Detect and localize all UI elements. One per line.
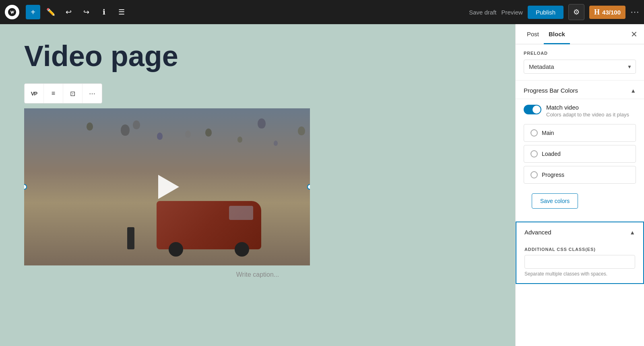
color-option-loaded-label: Loaded xyxy=(542,151,561,157)
progress-bar-colors-header[interactable]: Progress Bar Colors ▲ xyxy=(516,81,644,99)
vp-label: VP xyxy=(31,91,37,97)
match-video-label: Match video xyxy=(546,104,629,111)
css-class-input[interactable] xyxy=(524,255,635,269)
video-thumbnail xyxy=(24,108,310,265)
options-button[interactable]: ⋯ xyxy=(630,7,639,17)
toggle-label-group: Match video Colors adapt to the video as… xyxy=(546,104,629,118)
more-icon: ⋯ xyxy=(89,90,95,97)
preview-button[interactable]: Preview xyxy=(502,9,523,16)
video-caption[interactable]: Write caption... xyxy=(24,271,491,278)
page-title: Video page xyxy=(24,40,491,72)
toolbar: + ✏️ ↩ ↪ ℹ ☰ Save draft Preview Publish … xyxy=(0,0,644,24)
toggle-slider xyxy=(524,105,541,114)
sidebar: Post Block ✕ PRELOAD None Metadata Auto … xyxy=(515,24,644,346)
sidebar-close-button[interactable]: ✕ xyxy=(631,24,638,44)
list-view-button[interactable]: ☰ xyxy=(114,5,129,19)
heatmap-score-value: 43/100 xyxy=(602,9,621,16)
main-layout: Video page VP ≡ ⊡ ⋯ xyxy=(0,24,644,346)
color-options-container: Main Loaded Progress xyxy=(516,121,644,192)
heatmap-score-badge[interactable]: H 43/100 xyxy=(589,6,625,19)
css-class-label: ADDITIONAL CSS CLASS(ES) xyxy=(524,247,635,252)
advanced-title: Advanced xyxy=(524,229,551,236)
progress-chevron-icon: ▲ xyxy=(630,87,636,94)
video-block[interactable] xyxy=(24,108,310,265)
play-icon xyxy=(158,175,179,199)
preload-select[interactable]: None Metadata Auto xyxy=(524,60,636,74)
add-block-button[interactable]: + xyxy=(26,5,40,19)
advanced-header[interactable]: Advanced ▲ xyxy=(516,222,643,242)
color-radio-main xyxy=(530,129,538,137)
preload-section: PRELOAD None Metadata Auto ▼ xyxy=(516,44,644,81)
play-button-overlay[interactable] xyxy=(24,108,310,265)
image-button[interactable]: ⊡ xyxy=(63,84,83,103)
match-video-desc: Colors adapt to the video as it plays xyxy=(546,112,629,118)
progress-bar-colors-title: Progress Bar Colors xyxy=(524,87,578,94)
align-icon: ≡ xyxy=(52,90,55,97)
block-toolbar: VP ≡ ⊡ ⋯ xyxy=(24,83,102,104)
align-button[interactable]: ≡ xyxy=(44,84,63,103)
tab-post[interactable]: Post xyxy=(522,24,544,44)
color-option-progress[interactable]: Progress xyxy=(524,166,636,184)
redo-button[interactable]: ↪ xyxy=(79,5,93,19)
save-colors-button[interactable]: Save colors xyxy=(532,193,578,209)
advanced-chevron-icon: ▲ xyxy=(630,229,635,236)
color-option-main-label: Main xyxy=(542,130,554,136)
advanced-section: Advanced ▲ ADDITIONAL CSS CLASS(ES) Sepa… xyxy=(516,222,644,284)
color-radio-progress xyxy=(530,171,538,178)
heatmap-h-icon: H xyxy=(594,8,600,17)
save-draft-button[interactable]: Save draft xyxy=(469,9,496,16)
sidebar-tabs: Post Block ✕ xyxy=(516,24,644,44)
css-class-hint: Separate multiple classes with spaces. xyxy=(524,271,635,277)
resize-handle-right[interactable] xyxy=(307,184,310,190)
image-icon: ⊡ xyxy=(70,90,75,97)
advanced-body: ADDITIONAL CSS CLASS(ES) Separate multip… xyxy=(516,242,643,283)
match-video-toggle-row: Match video Colors adapt to the video as… xyxy=(516,99,644,121)
vp-icon-button[interactable]: VP xyxy=(25,84,44,103)
color-option-loaded[interactable]: Loaded xyxy=(524,145,636,163)
preload-select-wrapper: None Metadata Auto ▼ xyxy=(524,60,636,74)
color-option-main[interactable]: Main xyxy=(524,124,636,142)
info-button[interactable]: ℹ xyxy=(97,5,111,19)
preload-label: PRELOAD xyxy=(524,51,636,56)
canvas-area: Video page VP ≡ ⊡ ⋯ xyxy=(0,24,515,346)
more-options-button[interactable]: ⋯ xyxy=(83,84,102,103)
settings-button[interactable]: ⚙ xyxy=(568,4,584,20)
tab-block[interactable]: Block xyxy=(544,24,570,44)
edit-mode-button[interactable]: ✏️ xyxy=(43,5,58,19)
color-radio-loaded xyxy=(530,150,538,157)
match-video-toggle[interactable] xyxy=(524,105,541,114)
wp-logo[interactable] xyxy=(5,5,19,19)
publish-button[interactable]: Publish xyxy=(528,6,564,19)
color-option-progress-label: Progress xyxy=(542,172,564,178)
undo-button[interactable]: ↩ xyxy=(61,5,76,19)
save-colors-wrapper: Save colors xyxy=(516,192,644,222)
